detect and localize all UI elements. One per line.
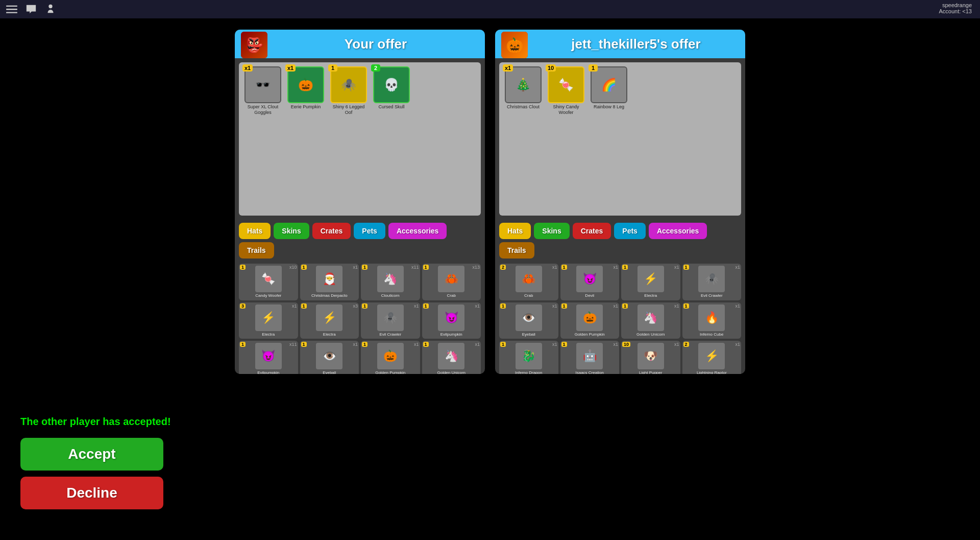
- pet-icon: 🐉: [516, 343, 542, 369]
- status-text: The other player has accepted!: [20, 416, 171, 428]
- their-tab-hats[interactable]: Hats: [499, 223, 531, 239]
- pet-cell[interactable]: 1🐉Inferno Dragonx1: [499, 341, 558, 374]
- pet-icon: 👁️: [516, 304, 542, 331]
- your-tab-hats[interactable]: Hats: [239, 223, 271, 239]
- character-icon[interactable]: [45, 4, 56, 15]
- pet-cell[interactable]: 1⚡Electrax1: [621, 264, 680, 300]
- pet-name: Inferno Dragon: [501, 370, 556, 374]
- chat-icon[interactable]: [26, 4, 37, 15]
- pet-qty-badge: 2: [500, 265, 506, 270]
- pet-cell[interactable]: 2⚡Lightning Raptorx1: [682, 341, 742, 374]
- their-tab-row: Hats Skins Crates Pets Accessories Trail…: [495, 220, 745, 262]
- pet-cell[interactable]: 1😈Evilpumpkinx1: [422, 302, 481, 339]
- pet-cell[interactable]: 1🦄Golden Unicornx1: [422, 341, 481, 374]
- pet-name: Inferno Cube: [684, 332, 740, 337]
- pet-qty-badge: 1: [500, 342, 506, 347]
- menu-icon[interactable]: [6, 4, 17, 15]
- their-pet-grid: 2🦀Crabx11😈Devilx11⚡Electrax11🕷️Evil Craw…: [495, 262, 745, 374]
- pet-name: Clouticorn: [363, 293, 418, 298]
- item-label: Rainbow 8 Leg: [589, 104, 629, 110]
- pet-name: Crab: [424, 293, 479, 298]
- pet-cell[interactable]: 3⚡Electrax1: [239, 302, 298, 339]
- trade-container: Your offer 🕶️ x1 Super XL Clout Goggles …: [0, 30, 980, 374]
- accept-button[interactable]: Accept: [20, 438, 163, 471]
- pet-count: x1: [292, 303, 297, 309]
- pet-cell[interactable]: 1🔥Inferno Cubex1: [682, 302, 742, 339]
- pet-qty-badge: 1: [240, 265, 246, 270]
- pet-count: x3: [353, 303, 358, 309]
- pet-name: Electra: [241, 332, 296, 337]
- pet-cell[interactable]: 1🎅Christmas Derpactox1: [300, 264, 359, 300]
- pet-cell[interactable]: 1👁️Eyeballx1: [300, 341, 359, 374]
- svg-rect-0: [6, 6, 17, 7]
- your-tab-skins[interactable]: Skins: [274, 223, 309, 239]
- their-item-shiny-candy[interactable]: 🍬 10 Shiny Candy Woofer: [546, 66, 586, 115]
- pet-count: x13: [472, 265, 480, 270]
- your-tab-accessories[interactable]: Accessories: [388, 223, 447, 239]
- pet-cell[interactable]: 1🎃Golden Pumpkinx1: [361, 341, 420, 374]
- pet-qty-badge: 1: [561, 265, 567, 270]
- pet-count: x1: [674, 342, 679, 347]
- pet-icon: 🎅: [316, 266, 342, 292]
- pet-cell[interactable]: 1😈Evilpumpkinx11: [239, 341, 298, 374]
- pet-qty-badge: 1: [362, 342, 368, 347]
- pet-cell[interactable]: 1🦄Golden Unicornx1: [621, 302, 680, 339]
- pet-count: x1: [353, 342, 358, 347]
- pet-name: Golden Pumpkin: [562, 332, 618, 337]
- pet-icon: 🤖: [576, 343, 603, 369]
- their-tab-skins[interactable]: Skins: [534, 223, 569, 239]
- their-tab-accessories[interactable]: Accessories: [649, 223, 707, 239]
- pet-qty-badge: 1: [561, 303, 567, 309]
- your-tab-trails[interactable]: Trails: [239, 242, 274, 259]
- their-tab-pets[interactable]: Pets: [614, 223, 646, 239]
- pet-name: Candy Woofer: [241, 293, 296, 298]
- their-item-rainbow-8-leg[interactable]: 🌈 1 Rainbow 8 Leg: [589, 66, 629, 115]
- item-label: Eerie Pumpkin: [286, 104, 326, 110]
- their-tab-trails[interactable]: Trails: [499, 242, 534, 259]
- pet-cell[interactable]: 1🦀Crabx13: [422, 264, 481, 300]
- pet-cell[interactable]: 1🕷️Evil Crawlerx1: [361, 302, 420, 339]
- pet-name: Eyeball: [501, 332, 556, 337]
- pet-icon: 🐶: [638, 343, 664, 369]
- their-avatar: [501, 32, 528, 58]
- pet-icon: 🎃: [576, 304, 603, 331]
- pet-cell[interactable]: 1🦄Clouticornx11: [361, 264, 420, 300]
- pet-icon: 😈: [438, 304, 464, 331]
- svg-rect-2: [6, 12, 17, 13]
- pet-cell[interactable]: 1⚡Electrax3: [300, 302, 359, 339]
- pet-cell[interactable]: 10🐶Light Pupperx1: [621, 341, 680, 374]
- pet-cell[interactable]: 2🦀Crabx1: [499, 264, 558, 300]
- pet-icon: 🦀: [516, 266, 542, 292]
- decline-button[interactable]: Decline: [20, 477, 163, 509]
- pet-cell[interactable]: 1🎃Golden Pumpkinx1: [560, 302, 620, 339]
- account-info: speedrange Account: <13: [939, 2, 972, 14]
- pet-count: x1: [475, 303, 480, 309]
- your-item-shiny-oof[interactable]: 🕷️ 1 Shiny 6 Legged Oof: [329, 66, 369, 115]
- pet-cell[interactable]: 1😈Devilx1: [560, 264, 620, 300]
- item-label: Shiny 6 Legged Oof: [329, 104, 369, 115]
- pet-icon: ⚡: [255, 304, 282, 331]
- pet-cell[interactable]: 1🤖Isaacs Creationx1: [560, 341, 620, 374]
- pet-cell[interactable]: 1🍬Candy Wooferx10: [239, 264, 298, 300]
- your-item-cursed-skull[interactable]: 💀 2 Cursed Skull: [372, 66, 411, 115]
- their-tab-crates[interactable]: Crates: [573, 223, 611, 239]
- pet-cell[interactable]: 1👁️Eyeballx1: [499, 302, 558, 339]
- pet-name: Electra: [623, 293, 678, 298]
- pet-cell[interactable]: 1🕷️Evil Crawlerx1: [682, 264, 742, 300]
- qty-badge-num: 2: [371, 64, 380, 72]
- your-tab-crates[interactable]: Crates: [312, 223, 351, 239]
- your-tab-pets[interactable]: Pets: [354, 223, 385, 239]
- account-label: Account: <13: [939, 8, 972, 14]
- your-item-super-xl[interactable]: 🕶️ x1 Super XL Clout Goggles: [243, 66, 283, 115]
- pet-name: Lightning Raptor: [684, 370, 740, 374]
- pet-count: x1: [475, 342, 480, 347]
- your-item-eerie-pumpkin[interactable]: 🎃 x1 Eerie Pumpkin: [286, 66, 326, 115]
- pet-count: x10: [289, 265, 297, 270]
- their-item-christmas-clout[interactable]: 🎄 x1 Christmas Clout: [503, 66, 543, 115]
- pet-qty-badge: 1: [500, 303, 506, 309]
- pet-name: Electra: [302, 332, 357, 337]
- left-panel: The other player has accepted! Accept De…: [20, 416, 171, 509]
- pet-qty-badge: 1: [240, 342, 246, 347]
- topbar: speedrange Account: <13: [0, 0, 980, 18]
- qty-badge: x1: [242, 64, 253, 72]
